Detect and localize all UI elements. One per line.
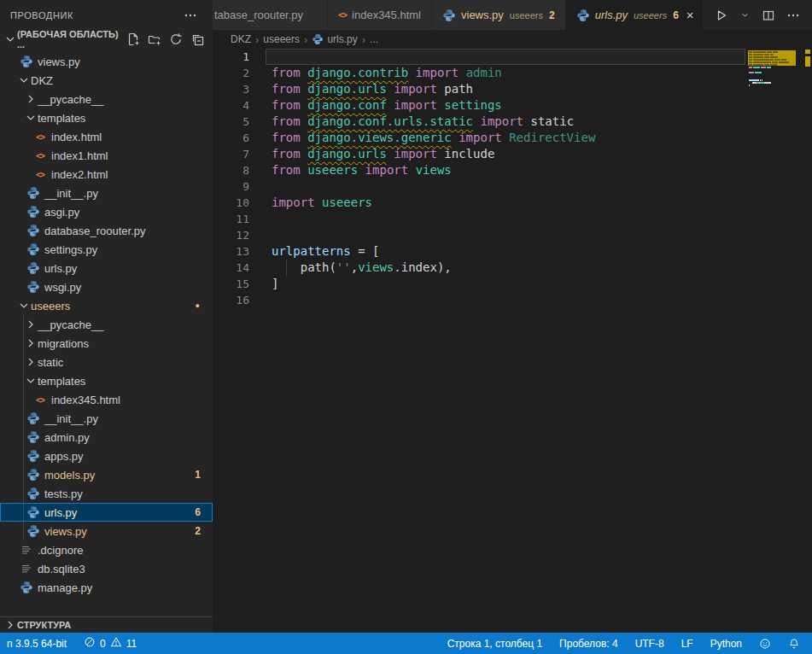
- minimap-line: [753, 64, 763, 66]
- new-folder-icon[interactable]: [148, 32, 161, 46]
- tree-item-label: settings.py: [44, 243, 97, 256]
- indentation-status[interactable]: Пробелов: 4: [554, 638, 623, 650]
- close-tab-icon[interactable]: ×: [686, 9, 694, 21]
- tree-file-index2-html[interactable]: <>index2.html: [0, 165, 213, 184]
- tree-folder-dkz[interactable]: DKZ: [0, 71, 213, 90]
- tree-folder-migrations[interactable]: migrations: [0, 334, 213, 353]
- code-line: from django.urls import path: [272, 81, 595, 97]
- tree-folder-static[interactable]: static: [0, 353, 213, 371]
- workspace-section-header[interactable]: (РАБОЧАЯ ОБЛАСТЬ) ...: [0, 30, 213, 49]
- tree-file-manage-py[interactable]: manage.py: [0, 578, 213, 597]
- tree-item-label: views.py: [44, 525, 87, 538]
- tree-file-views-py[interactable]: views.py2: [0, 522, 213, 540]
- tree-file-wsgi-py[interactable]: wsgi.py: [0, 277, 213, 296]
- minimap-line: [770, 64, 776, 66]
- git-changes-badge: 2: [195, 525, 213, 537]
- problems-status[interactable]: 0 11: [79, 636, 142, 651]
- more-icon[interactable]: [786, 9, 800, 22]
- outline-section-header[interactable]: СТРУКТУРА: [0, 616, 213, 633]
- tree-file-apps-py[interactable]: apps.py: [0, 447, 213, 465]
- minimap-line: [760, 79, 761, 81]
- line-number: 9: [213, 178, 249, 195]
- code-line: from django.views.generic import Redirec…: [272, 130, 595, 146]
- html-file-icon: <>: [33, 149, 47, 162]
- encoding-status[interactable]: UTF-8: [630, 638, 669, 650]
- warning-icon: [110, 636, 122, 651]
- tree-file-views-py[interactable]: views.py: [0, 52, 213, 71]
- more-actions-icon[interactable]: [184, 9, 197, 22]
- minimap-line: [770, 56, 777, 58]
- tree-item-label: index.html: [51, 131, 102, 143]
- eol-status[interactable]: LF: [676, 638, 698, 650]
- collapse-all-icon[interactable]: [190, 32, 204, 46]
- run-icon[interactable]: [715, 9, 728, 22]
- new-file-icon[interactable]: [126, 32, 140, 46]
- notifications-bell-icon[interactable]: [783, 638, 805, 650]
- minimap[interactable]: [745, 49, 798, 108]
- tree-file-index345-html[interactable]: <>index345.html: [0, 390, 213, 409]
- line-number: 3: [213, 81, 249, 97]
- cursor-position-status[interactable]: Строка 1, столбец 1: [442, 638, 547, 650]
- minimap-line: [767, 67, 771, 68]
- run-dropdown-icon[interactable]: [739, 9, 751, 20]
- minimap-line: [749, 61, 752, 63]
- code-line: import useeers: [272, 195, 595, 211]
- tree-file--init-py[interactable]: __init__.py: [0, 184, 213, 202]
- tree-item-label: .dcignore: [38, 544, 83, 557]
- tree-folder--pycache-[interactable]: __pycache__: [0, 315, 213, 334]
- tree-item-label: database_roouter.py: [44, 225, 146, 237]
- line-number: 1: [213, 49, 249, 65]
- breadcrumb-symbol[interactable]: ...: [370, 33, 378, 45]
- minimap-line: [767, 51, 772, 53]
- minimap-line: [749, 51, 752, 53]
- tree-file-settings-py[interactable]: settings.py: [0, 240, 213, 259]
- minimap-line: [781, 59, 786, 61]
- tree-folder-templates[interactable]: templates: [0, 108, 213, 127]
- tree-folder-useeers[interactable]: useeers●: [0, 296, 213, 315]
- tree-folder-templates[interactable]: templates: [0, 371, 213, 390]
- tree-item-label: index1.html: [51, 149, 108, 162]
- tab-label: urls.py: [595, 9, 628, 21]
- code-editor[interactable]: 12345678910111213141516 from django.cont…: [213, 49, 812, 633]
- line-number: 12: [213, 227, 249, 243]
- tree-item-label: urls.py: [44, 262, 77, 275]
- tree-folder--pycache-[interactable]: __pycache__: [0, 90, 213, 108]
- feedback-icon[interactable]: [754, 638, 776, 650]
- tree-file-admin-py[interactable]: admin.py: [0, 428, 213, 447]
- code-line: from django.conf.urls.static import stat…: [272, 114, 595, 130]
- python-version-status[interactable]: n 3.9.5 64-bit: [2, 638, 72, 650]
- tree-file-index-html[interactable]: <>index.html: [0, 127, 213, 146]
- tree-file-asgi-py[interactable]: asgi.py: [0, 202, 213, 221]
- tree-file--init-py[interactable]: __init__.py: [0, 409, 213, 428]
- tree-file-tests-py[interactable]: tests.py: [0, 484, 213, 503]
- breadcrumb-file[interactable]: urls.py: [312, 33, 357, 45]
- git-changes-badge: 1: [195, 469, 213, 481]
- chevron-right-icon: [24, 355, 38, 369]
- tab-views-py[interactable]: views.pyuseeers2: [432, 0, 565, 30]
- tree-file-db-sqlite3[interactable]: db.sqlite3: [0, 559, 213, 578]
- refresh-icon[interactable]: [169, 32, 183, 46]
- chevron-right-icon: [24, 92, 38, 106]
- tree-item-label: __init__.py: [44, 412, 98, 425]
- tab-urls-py[interactable]: urls.pyuseeers6×: [566, 0, 704, 30]
- editor-actions: [703, 0, 812, 30]
- tree-file-database-roouter-py[interactable]: database_roouter.py: [0, 221, 213, 240]
- chevron-down-icon: [24, 374, 38, 388]
- chevron-down-icon: [17, 73, 31, 87]
- tree-file--dcignore[interactable]: .dcignore: [0, 540, 213, 559]
- tree-item-label: tests.py: [44, 488, 83, 500]
- breadcrumb-folder[interactable]: DKZ: [231, 33, 251, 45]
- code-line: ]: [272, 276, 595, 292]
- python-file-icon: [26, 430, 40, 444]
- minimap-line: [753, 59, 774, 61]
- tab-index345-html[interactable]: <>index345.html: [328, 0, 431, 30]
- language-status[interactable]: Python: [705, 638, 747, 650]
- tree-file-urls-py[interactable]: urls.py6: [0, 503, 213, 522]
- tree-file-models-py[interactable]: models.py1: [0, 465, 213, 484]
- tab-tabase-roouter-py[interactable]: tabase_roouter.py: [213, 0, 327, 30]
- breadcrumb-folder[interactable]: useeers: [263, 33, 300, 45]
- tree-item-label: admin.py: [44, 431, 90, 444]
- tree-file-urls-py[interactable]: urls.py: [0, 259, 213, 277]
- split-editor-icon[interactable]: [762, 9, 775, 22]
- tree-file-index1-html[interactable]: <>index1.html: [0, 146, 213, 165]
